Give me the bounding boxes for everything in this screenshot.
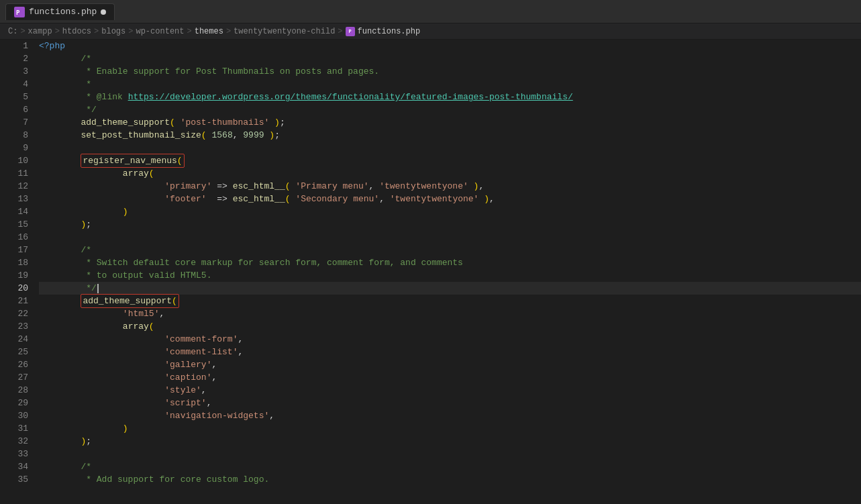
code-line-27: 'caption', (39, 371, 861, 384)
breadcrumb-xampp: xampp (28, 27, 52, 36)
code-line-8: set_post_thumbnail_size( 1568, 9999 ); (39, 129, 861, 142)
code-line-3: * Enable support for Post Thumbnails on … (39, 65, 861, 78)
code-line-31: ) (39, 422, 861, 435)
code-line-14: ) (39, 205, 861, 218)
tab-filename: functions.php (29, 7, 97, 17)
breadcrumb-blogs: blogs (101, 27, 125, 36)
breadcrumb-c: C: (8, 27, 17, 36)
code-line-30: 'navigation-widgets', (39, 409, 861, 422)
code-line-28: 'style', (39, 384, 861, 397)
code-editor[interactable]: 1 2 3 4 5 6 7 8 9 10 11 12 13 14 15 16 1… (0, 40, 861, 504)
code-line-19: * to output valid HTML5. (39, 269, 861, 282)
code-line-32: ); (39, 435, 861, 448)
code-line-16 (39, 231, 861, 244)
code-line-2: /* (39, 52, 861, 65)
unsaved-indicator (101, 9, 106, 15)
code-line-4: * (39, 78, 861, 91)
breadcrumb-php-icon: P (346, 27, 355, 36)
code-line-22: 'html5', (39, 307, 861, 320)
code-line-5: * @link https://developer.wordpress.org/… (39, 91, 861, 103)
code-line-26: 'gallery', (39, 358, 861, 371)
breadcrumb: C: > xampp > htdocs > blogs > wp-content… (0, 23, 861, 40)
code-line-21: add_theme_support( (39, 295, 861, 307)
code-line-18: * Switch default core markup for search … (39, 256, 861, 269)
line-numbers: 1 2 3 4 5 6 7 8 9 10 11 12 13 14 15 16 1… (0, 40, 34, 504)
code-line-25: 'comment-list', (39, 346, 861, 358)
code-line-7: add_theme_support( 'post-thumbnails' ); (39, 116, 861, 129)
breadcrumb-themes: themes (195, 27, 223, 36)
breadcrumb-child-theme: twentytwentyone-child (234, 27, 335, 36)
code-line-34: /* (39, 460, 861, 473)
svg-text:P: P (16, 9, 20, 16)
code-line-24: 'comment-form', (39, 333, 861, 346)
code-line-20: */ (39, 282, 861, 295)
code-line-17: /* (39, 244, 861, 256)
code-line-23: array( (39, 320, 861, 333)
code-line-6: */ (39, 103, 861, 116)
title-bar: P functions.php (0, 0, 861, 23)
breadcrumb-wp-content: wp-content (136, 27, 184, 36)
php-file-icon: P (14, 7, 25, 17)
code-line-33 (39, 448, 861, 460)
code-lines: <?php /* * Enable support for Post Thumb… (34, 40, 861, 504)
code-line-13: 'footer' => esc_html__( 'Secondary menu'… (39, 193, 861, 205)
code-line-35: * Add support for core custom logo. (39, 473, 861, 486)
breadcrumb-htdocs: htdocs (62, 27, 91, 36)
code-line-11: array( (39, 167, 861, 180)
code-line-29: 'script', (39, 397, 861, 409)
breadcrumb-filename: functions.php (358, 27, 421, 36)
code-line-1: <?php (39, 40, 861, 52)
code-line-15: ); (39, 218, 861, 231)
code-line-10: register_nav_menus( (39, 154, 861, 167)
code-line-12: 'primary' => esc_html__( 'Primary menu',… (39, 180, 861, 193)
code-line-9 (39, 142, 861, 154)
editor-tab[interactable]: P functions.php (5, 3, 115, 20)
